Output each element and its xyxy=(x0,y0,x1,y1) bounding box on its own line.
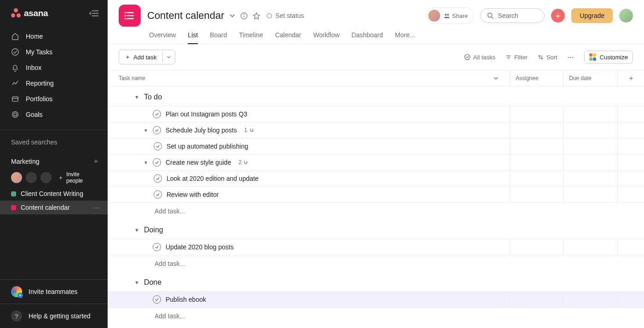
tab-more[interactable]: More... xyxy=(395,29,415,44)
task-row[interactable]: Set up automated publishing xyxy=(108,138,644,154)
task-row[interactable]: ▼Schedule July blog posts1 xyxy=(108,122,644,138)
nav-home[interactable]: Home xyxy=(0,29,108,44)
complete-task-button[interactable] xyxy=(153,126,161,134)
project-tabs: OverviewListBoardTimelineCalendarWorkflo… xyxy=(108,27,644,44)
task-title: Review with editor xyxy=(167,191,219,198)
complete-task-button[interactable] xyxy=(153,110,161,118)
section-name: To do xyxy=(144,93,162,101)
task-row[interactable]: Update 2020 blog posts xyxy=(108,239,644,255)
main-content: Content calendar Set status Share Search… xyxy=(108,0,644,328)
share-button[interactable]: Share xyxy=(426,7,474,24)
complete-task-button[interactable] xyxy=(153,243,161,251)
svg-point-3 xyxy=(12,49,18,55)
people-icon xyxy=(444,13,450,19)
asana-logo[interactable]: asana xyxy=(11,8,48,18)
add-task-caret[interactable] xyxy=(162,52,175,62)
subtask-count: 1 xyxy=(244,127,254,133)
project-icon[interactable] xyxy=(119,5,141,27)
member-avatar[interactable] xyxy=(26,172,37,183)
saved-searches-header[interactable]: Saved searches xyxy=(0,130,108,150)
check-icon xyxy=(11,48,19,56)
add-task-inline[interactable]: Add task... xyxy=(108,202,644,219)
invite-teammates-button[interactable]: Invite teammates xyxy=(0,280,108,304)
add-task-inline[interactable]: Add task... xyxy=(108,255,644,272)
complete-task-button[interactable] xyxy=(153,295,161,304)
project-more-icon[interactable]: ··· xyxy=(93,204,100,211)
task-title: Set up automated publishing xyxy=(167,143,248,150)
svg-rect-4 xyxy=(12,97,18,102)
svg-point-20 xyxy=(488,13,492,17)
complete-task-button[interactable] xyxy=(154,174,162,183)
add-to-team-button[interactable]: ＋ xyxy=(92,157,99,166)
complete-task-button[interactable] xyxy=(154,142,162,150)
all-tasks-filter[interactable]: All tasks xyxy=(464,54,495,61)
task-title: Create new style guide xyxy=(166,159,231,166)
folder-icon xyxy=(11,95,19,103)
svg-point-18 xyxy=(445,14,447,16)
task-row[interactable]: Look at 2020 edition and update xyxy=(108,170,644,186)
help-button[interactable]: ? Help & getting started xyxy=(0,304,108,328)
project-color-icon xyxy=(11,191,16,196)
member-avatar[interactable] xyxy=(40,172,52,183)
complete-task-button[interactable] xyxy=(154,190,162,199)
task-row[interactable]: Publish ebook xyxy=(108,291,644,307)
collapse-section-icon[interactable]: ▼ xyxy=(134,94,139,100)
filter-button[interactable]: Filter xyxy=(506,54,528,61)
invite-people-button[interactable]: ＋ Invite people xyxy=(58,171,97,184)
star-icon[interactable] xyxy=(253,12,260,20)
omni-add-button[interactable]: ＋ xyxy=(551,9,565,23)
section-header[interactable]: ▼Done xyxy=(108,272,644,291)
collapse-section-icon[interactable]: ▼ xyxy=(134,280,139,285)
column-task-name[interactable]: Task name xyxy=(108,70,510,86)
nav-portfolios[interactable]: Portfolios xyxy=(0,91,108,107)
section-header[interactable]: ▼To do xyxy=(108,86,644,106)
complete-task-button[interactable] xyxy=(153,158,161,167)
project-content-calendar[interactable]: Content calendar··· xyxy=(0,201,108,214)
expand-subtasks-icon[interactable]: ▼ xyxy=(144,160,148,165)
project-color-icon xyxy=(11,205,16,210)
task-row[interactable]: ▼Create new style guide2 xyxy=(108,154,644,170)
subtask-count: 2 xyxy=(238,159,248,166)
user-avatar[interactable] xyxy=(619,9,633,23)
nav-my-tasks[interactable]: My Tasks xyxy=(0,44,108,60)
collapse-section-icon[interactable]: ▼ xyxy=(134,227,139,233)
task-list: ▼To doPlan out Instagram posts Q3▼Schedu… xyxy=(108,86,644,324)
tab-timeline[interactable]: Timeline xyxy=(239,29,263,44)
add-column-button[interactable]: ＋ xyxy=(617,70,644,86)
column-assignee[interactable]: Assignee xyxy=(510,70,563,86)
nav-inbox[interactable]: Inbox xyxy=(0,60,108,75)
tab-workflow[interactable]: Workflow xyxy=(313,29,339,44)
customize-button[interactable]: Customize xyxy=(584,51,633,63)
add-task-button[interactable]: ＋Add task xyxy=(119,50,175,64)
team-header[interactable]: Marketing ＋ xyxy=(0,150,108,168)
sidebar: asana HomeMy TasksInboxReportingPortfoli… xyxy=(0,0,108,328)
project-menu-chevron[interactable] xyxy=(229,12,236,19)
tab-board[interactable]: Board xyxy=(210,29,227,44)
project-title[interactable]: Content calendar xyxy=(147,10,224,22)
task-row[interactable]: Review with editor xyxy=(108,186,644,202)
collapse-sidebar-button[interactable] xyxy=(89,9,99,17)
plus-icon: ＋ xyxy=(125,53,131,61)
target-icon xyxy=(11,110,19,119)
task-title: Plan out Instagram posts Q3 xyxy=(166,110,247,118)
info-icon[interactable] xyxy=(240,12,248,20)
member-avatar[interactable] xyxy=(11,172,22,183)
tab-calendar[interactable]: Calendar xyxy=(275,29,301,44)
expand-subtasks-icon[interactable]: ▼ xyxy=(144,128,148,133)
tab-dashboard[interactable]: Dashboard xyxy=(351,29,383,44)
asana-logo-icon xyxy=(11,8,21,18)
add-task-inline[interactable]: Add task... xyxy=(108,307,644,324)
column-due-date[interactable]: Due date xyxy=(563,70,617,86)
tab-list[interactable]: List xyxy=(188,29,198,44)
nav-reporting[interactable]: Reporting xyxy=(0,75,108,91)
task-row[interactable]: Plan out Instagram posts Q3 xyxy=(108,106,644,122)
sort-button[interactable]: Sort xyxy=(538,54,558,61)
set-status-button[interactable]: Set status xyxy=(267,12,304,19)
tab-overview[interactable]: Overview xyxy=(149,29,176,44)
search-input[interactable]: Search xyxy=(480,8,545,23)
project-client-content-writing[interactable]: Client Content Writing xyxy=(0,187,108,201)
upgrade-button[interactable]: Upgrade xyxy=(571,8,613,23)
nav-goals[interactable]: Goals xyxy=(0,107,108,122)
more-actions-button[interactable]: ··· xyxy=(568,54,574,61)
section-header[interactable]: ▼Doing xyxy=(108,219,644,239)
